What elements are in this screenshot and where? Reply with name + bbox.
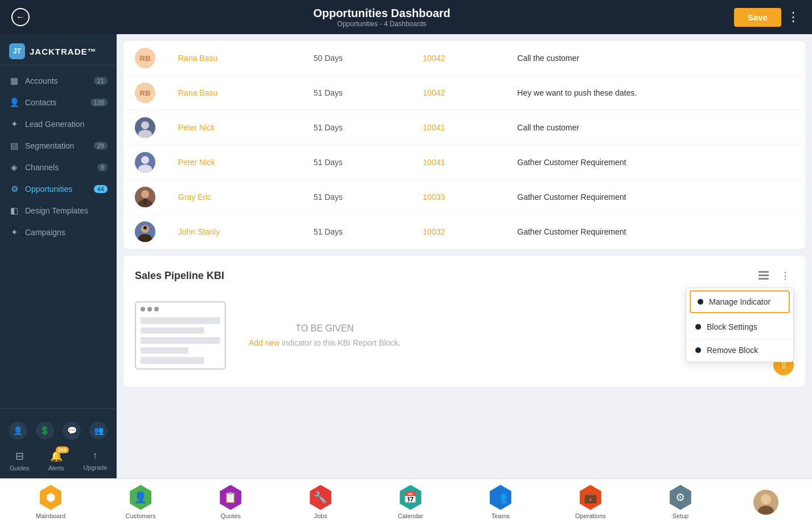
chat-icon[interactable]: 💬: [63, 421, 81, 440]
save-button[interactable]: Save: [734, 8, 781, 27]
avatar: [135, 152, 155, 173]
guides-icon: ⊟: [15, 450, 24, 462]
opportunity-number[interactable]: 10042: [423, 88, 445, 97]
dot: [141, 307, 145, 311]
dot-icon: [698, 299, 703, 305]
segmentation-icon: ▤: [9, 141, 19, 151]
tab-operations[interactable]: 💼 Operations: [574, 485, 608, 519]
kbi-header: Sales Pipeline KBI ⋮: [135, 267, 794, 284]
svg-point-7: [141, 190, 149, 198]
avatar: [135, 187, 155, 207]
placeholder-dots: [141, 307, 159, 311]
avatar: RB: [135, 83, 155, 103]
upgrade-button[interactable]: ↑ Upgrade: [83, 450, 107, 471]
sidebar-icon-row: 👤 💲 💬 👥: [0, 416, 117, 445]
person-name[interactable]: Rana Basu: [178, 54, 217, 63]
dot-icon: [695, 347, 701, 353]
person-name[interactable]: Gray Eric: [178, 192, 211, 202]
group-icon[interactable]: 👥: [89, 421, 108, 440]
back-button[interactable]: ←: [11, 8, 30, 26]
manage-indicator-item[interactable]: Manage Indicator: [690, 290, 790, 313]
opportunity-number[interactable]: 10033: [423, 192, 445, 202]
sidebar-item-accounts[interactable]: ▦ Accounts 21: [0, 70, 117, 92]
header-right-actions: Save ⋮: [734, 8, 801, 27]
table-row: RB Rana Basu 51 Days 10042 Hey we want t…: [123, 76, 805, 110]
svg-rect-9: [143, 199, 147, 204]
svg-rect-15: [759, 274, 769, 276]
tab-customers[interactable]: 👤 Customers: [123, 485, 158, 519]
header-title-area: Opportunities Dashboard Opportunities - …: [313, 7, 450, 28]
task-text: Gather Customer Requirement: [517, 227, 626, 236]
sidebar-item-opportunities[interactable]: ⚙ Opportunities 44: [0, 178, 117, 200]
more-menu-button[interactable]: ⋮: [787, 10, 801, 24]
profile-icon[interactable]: 👤: [9, 421, 27, 440]
kbi-empty-title: TO BE GIVEN: [249, 323, 401, 334]
kbi-dropdown-menu: Manage Indicator Block Settings Remove B…: [686, 288, 794, 362]
opportunities-icon: ⚙: [9, 184, 19, 194]
dollar-icon[interactable]: 💲: [36, 421, 54, 440]
svg-rect-16: [759, 278, 769, 280]
dot: [147, 307, 152, 311]
top-header: ← Opportunities Dashboard Opportunities …: [0, 0, 812, 34]
placeholder-bar: [141, 317, 220, 324]
upgrade-icon: ↑: [93, 450, 98, 462]
add-new-link[interactable]: Add new: [249, 338, 279, 347]
sidebar: JT JACKTRADE™ ▦ Accounts 21 👤 Contacts 1…: [0, 34, 117, 478]
design-templates-icon: ◧: [9, 206, 19, 216]
avatar: RB: [135, 48, 155, 68]
person-name[interactable]: Peter Nick: [178, 158, 215, 167]
tab-teams[interactable]: 👥 Teams: [484, 485, 518, 519]
kbi-header-actions: ⋮: [755, 267, 794, 284]
opportunity-number[interactable]: 10042: [423, 54, 445, 63]
logo-text: JACKTRADE™: [30, 47, 97, 56]
person-name[interactable]: Peter Nick: [178, 123, 215, 132]
placeholder-bar: [141, 327, 204, 334]
sidebar-item-design-templates[interactable]: ◧ Design Templates: [0, 200, 117, 222]
user-avatar[interactable]: [753, 490, 778, 515]
sidebar-item-segmentation[interactable]: ▤ Segmentation 29: [0, 135, 117, 157]
days-value: 51 Days: [314, 192, 343, 202]
person-name[interactable]: Rana Basu: [178, 88, 217, 97]
days-value: 51 Days: [314, 227, 343, 236]
page-subtitle: Opportunities - 4 Dashboards: [313, 20, 450, 28]
kbi-empty-subtitle: Add new indicator to this KBI Report Blo…: [249, 338, 401, 347]
quotes-icon: 📋: [218, 485, 243, 510]
tab-quotes[interactable]: 📋 Quotes: [213, 485, 248, 519]
contacts-icon: 👤: [9, 97, 19, 108]
kbi-placeholder-image: [135, 301, 226, 370]
dot-icon: [695, 324, 701, 330]
channels-icon: ◈: [9, 162, 19, 173]
tab-calendar[interactable]: 📅 Calendar: [393, 485, 427, 519]
calendar-icon: 📅: [398, 485, 423, 510]
opportunity-number[interactable]: 10041: [423, 123, 445, 132]
alerts-button[interactable]: 🔔 269 Alerts: [48, 450, 64, 471]
sidebar-item-channels[interactable]: ◈ Channels 9: [0, 157, 117, 178]
guides-button[interactable]: ⊟ Guides: [10, 450, 30, 471]
kbi-more-button[interactable]: ⋮: [777, 267, 794, 284]
block-settings-item[interactable]: Block Settings: [686, 315, 793, 339]
accounts-icon: ▦: [9, 76, 19, 86]
tab-setup[interactable]: ⚙ Setup: [663, 485, 698, 519]
tab-jobs[interactable]: 🔧 Jobs: [303, 485, 337, 519]
opportunity-number[interactable]: 10032: [423, 227, 445, 236]
task-text: Call the customer: [517, 123, 579, 132]
task-text: Gather Customer Requirement: [517, 158, 626, 167]
operations-icon: 💼: [578, 485, 603, 510]
sidebar-item-contacts[interactable]: 👤 Contacts 126: [0, 92, 117, 113]
teams-icon: 👥: [488, 485, 513, 510]
tab-mainboard[interactable]: ⬢ Mainboard: [34, 485, 68, 519]
kbi-empty-message: TO BE GIVEN Add new indicator to this KB…: [249, 323, 401, 347]
sidebar-item-campaigns[interactable]: ✦ Campaigns: [0, 222, 117, 243]
opportunity-number[interactable]: 10041: [423, 158, 445, 167]
remove-block-item[interactable]: Remove Block: [686, 339, 793, 362]
sidebar-actions: ⊟ Guides 🔔 269 Alerts ↑ Upgrade: [0, 445, 117, 471]
sidebar-item-lead-generation[interactable]: ✦ Lead Generation: [0, 113, 117, 135]
setup-icon: ⚙: [668, 485, 693, 510]
jobs-icon: 🔧: [308, 485, 333, 510]
svg-point-4: [141, 156, 149, 164]
days-value: 51 Days: [314, 158, 343, 167]
main-layout: JT JACKTRADE™ ▦ Accounts 21 👤 Contacts 1…: [0, 34, 812, 478]
bottom-tabbar: ⬢ Mainboard 👤 Customers 📋 Quotes 🔧 Jobs …: [0, 478, 812, 525]
list-view-button[interactable]: [755, 267, 772, 284]
person-name[interactable]: John Stanly: [178, 227, 220, 236]
